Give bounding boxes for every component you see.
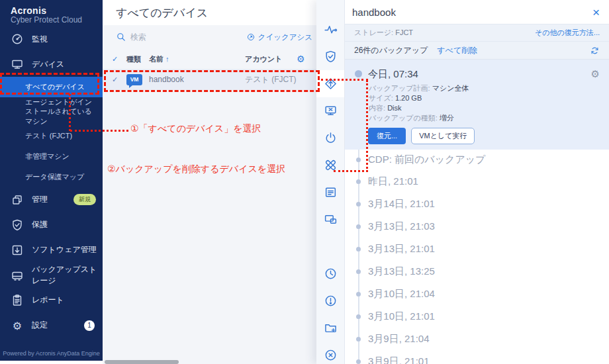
backup-item[interactable]: 昨日, 21:01 [345, 170, 609, 193]
strip-recovery-button[interactable] [316, 70, 344, 97]
backup-detail-line: バックアップ計画: マシン全体 [369, 83, 609, 93]
sidebar-nav: 監視デバイスすべてのデバイスエージェントがインストールされているマシンテスト (… [0, 26, 103, 338]
alerts-icon [324, 294, 338, 308]
backup-item[interactable]: 3月13日, 21:03 [345, 215, 609, 238]
brand-name: Acronis [11, 5, 103, 16]
column-settings-gear-icon[interactable]: ⚙ [297, 54, 316, 64]
backup-count-bar: 26件のバックアップ すべて削除 [345, 42, 609, 60]
sidebar-item-management[interactable]: 管理新規 [0, 187, 103, 212]
sidebar-item-settings[interactable]: ⚙設定1 [0, 313, 103, 338]
power-icon [324, 131, 338, 145]
backup-item-label: 3月13日, 13:25 [368, 265, 435, 278]
backup-item[interactable]: 3月10日, 21:01 [345, 305, 609, 328]
horizontal-scrollbar[interactable] [105, 360, 179, 364]
search-input[interactable]: 検索 [130, 32, 146, 43]
recover-button[interactable]: 復元... [368, 128, 406, 144]
clipboard-icon [11, 294, 24, 307]
timeline-dot [356, 224, 361, 229]
sidebar-item-label: ソフトウェア管理 [32, 244, 97, 255]
select-all-checkbox[interactable]: ✓ [112, 55, 126, 64]
refresh-icon[interactable] [590, 46, 600, 56]
quick-assist-link[interactable]: クイックアシス [246, 32, 312, 42]
run-as-vm-button[interactable]: VMとして実行 [411, 128, 475, 144]
timeline-dot [356, 179, 361, 184]
strip-alerts-button[interactable] [316, 287, 344, 314]
sidebar-item-agent-machines[interactable]: エージェントがインストールされているマシン [0, 97, 103, 126]
patch-management-icon [324, 158, 338, 172]
device-actions-strip [316, 0, 344, 364]
timeline-dot [356, 202, 361, 206]
delete-all-link[interactable]: すべて削除 [437, 45, 477, 56]
strip-cancel-button[interactable] [316, 341, 344, 364]
timeline-dot [355, 70, 362, 77]
backup-item-label: 昨日, 21:01 [368, 175, 418, 188]
backup-item[interactable]: 3月10日, 21:04 [345, 283, 609, 305]
strip-patch-management-button[interactable] [316, 152, 344, 179]
sidebar-item-label: 監視 [32, 34, 48, 45]
backup-item[interactable]: 3月9日, 21:04 [345, 328, 609, 350]
column-type[interactable]: 種類 [126, 54, 149, 64]
strip-backup-history-button[interactable] [316, 260, 344, 287]
sidebar-item-monitoring[interactable]: 監視 [0, 26, 103, 52]
sidebar-item-label: デバイス [32, 59, 64, 70]
activity-icon [324, 23, 338, 36]
strip-remote-connection-button[interactable] [316, 97, 344, 124]
remote-connection-icon [324, 104, 338, 118]
search-icon [116, 32, 126, 42]
backup-item[interactable]: 3月14日, 21:01 [345, 193, 609, 215]
strip-activity-button[interactable] [316, 16, 344, 43]
brand-logo: Acronis Cyber Protect Cloud [0, 0, 103, 26]
search-bar[interactable]: 検索 クイックアシス [103, 25, 316, 49]
protection-shield-icon [324, 50, 338, 64]
backup-item-details: バックアップ計画: マシン全体サイズ: 1.20 GB内容: Diskバックアッ… [345, 83, 609, 123]
device-table-header: ✓ 種類 名前 ↑ アカウント ⚙ [103, 49, 316, 69]
backup-item-gear-icon[interactable]: ⚙ [591, 68, 600, 80]
strip-devices-group-button[interactable] [316, 206, 344, 233]
device-row[interactable]: ✓ VM handbook テスト (FJCT) [103, 69, 316, 90]
timeline-dot [356, 292, 361, 296]
timeline-dot [356, 247, 361, 251]
sidebar-item-all-devices[interactable]: すべてのデバイス [0, 77, 103, 97]
sidebar-item-reports[interactable]: レポート [0, 288, 103, 313]
backup-item[interactable]: 3月9日, 21:01 [345, 350, 609, 364]
squares-icon [11, 193, 24, 206]
page-title: すべてのデバイス [103, 0, 316, 25]
devices-group-icon [324, 212, 338, 226]
timeline-dot [356, 314, 361, 319]
other-recovery-methods-link[interactable]: その他の復元方法... [535, 28, 600, 38]
settings-gear-icon [324, 240, 338, 253]
sidebar-item-data-protection-map[interactable]: データ保護マップ [0, 167, 103, 187]
sidebar-item-unmanaged-machines[interactable]: 非管理マシン [0, 146, 103, 167]
sidebar-item-test-fjct[interactable]: テスト (FJCT) [0, 126, 103, 146]
cancel-icon [324, 348, 338, 362]
backup-detail-line: バックアップの種類: 増分 [369, 113, 609, 123]
strip-add-backup-button[interactable] [316, 314, 344, 341]
count-badge: 1 [84, 320, 95, 331]
quick-assist-label: クイックアシス [258, 32, 312, 42]
timeline-dot [356, 337, 361, 341]
devices-panel: すべてのデバイス 検索 クイックアシス ✓ 種類 名前 ↑ アカウント ⚙ ✓ … [103, 0, 316, 364]
recovery-icon [324, 77, 338, 91]
strip-settings-gear-button[interactable] [316, 233, 344, 260]
backup-item-label: 3月9日, 21:04 [368, 333, 430, 345]
sidebar-item-protection[interactable]: 保護 [0, 212, 103, 238]
strip-protection-shield-button[interactable] [316, 43, 344, 70]
sidebar-item-backup-storage[interactable]: バックアップストレージ [0, 263, 103, 288]
strip-report-button[interactable] [316, 179, 344, 206]
backup-item-expanded[interactable]: 今日, 07:34⚙バックアップ計画: マシン全体サイズ: 1.20 GB内容:… [345, 60, 609, 150]
backup-item[interactable]: 3月13日, 21:01 [345, 238, 609, 260]
sidebar-item-devices[interactable]: デバイス [0, 52, 103, 77]
svg-text:⚙: ⚙ [13, 320, 22, 331]
sidebar-item-software-management[interactable]: ソフトウェア管理 [0, 238, 103, 263]
row-checkbox[interactable]: ✓ [112, 75, 126, 84]
column-name[interactable]: 名前 ↑ [149, 54, 245, 64]
storage-value: FJCT [395, 28, 413, 36]
backup-item-label: 3月10日, 21:01 [368, 310, 435, 323]
column-account[interactable]: アカウント [245, 54, 297, 64]
strip-power-button[interactable] [316, 124, 344, 152]
brand-product: Cyber Protect Cloud [11, 16, 103, 25]
close-icon[interactable]: × [592, 6, 600, 19]
backup-item[interactable]: 3月13日, 13:25 [345, 260, 609, 283]
backup-item-cdp[interactable]: CDP: 前回のバックアップ [345, 150, 609, 170]
backup-details-panel: handbook × ストレージ: FJCT その他の復元方法... 26件のバ… [344, 0, 609, 364]
